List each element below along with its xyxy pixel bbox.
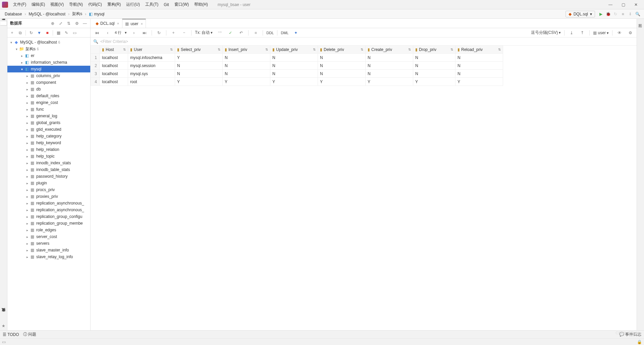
cell[interactable]: Y (455, 78, 503, 86)
menu-help[interactable]: 帮助(H) (192, 1, 210, 8)
git-update-button[interactable]: ⬇ (627, 10, 634, 18)
menu-run[interactable]: 运行(U) (124, 1, 142, 8)
cell[interactable]: root (128, 78, 175, 86)
tree-node[interactable]: ▸▦global_grants (7, 119, 90, 126)
cell[interactable]: N (455, 62, 503, 70)
tree-node[interactable]: ▸▦component (7, 79, 90, 86)
rerun-button[interactable]: ↻ (612, 10, 619, 18)
cell[interactable]: N (413, 70, 455, 78)
first-page-icon[interactable]: ⏮ (93, 29, 101, 37)
breadcrumb-schemas[interactable]: 架构s (70, 10, 84, 17)
cell[interactable]: N (318, 62, 366, 70)
menu-refactor[interactable]: 重构(R) (105, 1, 123, 8)
filter-bar[interactable]: 🔍 <Filter Criteria> (91, 38, 637, 46)
tree-node[interactable]: ▸▦replication_group_configu (7, 213, 90, 220)
cell[interactable]: mysql.session (128, 62, 175, 70)
tree-node[interactable]: ▸▦server_cost (7, 233, 90, 240)
row-number[interactable]: 3 (91, 70, 100, 78)
cell[interactable]: mysql.infoschema (128, 54, 175, 62)
cell[interactable]: Y (413, 78, 455, 86)
cell[interactable]: N (270, 70, 318, 78)
wand-icon[interactable]: ✦ (292, 29, 300, 37)
cell[interactable]: N (175, 62, 223, 70)
tree-node[interactable]: ▸▦columns_priv (7, 72, 90, 79)
row-number[interactable]: 2 (91, 62, 100, 70)
commit-icon[interactable]: ᴰᴮ (216, 29, 223, 37)
database-tree[interactable]: ▾◆MySQL - @localhost6▾📁架构s6▸◧er▸◧informa… (7, 38, 90, 330)
editor-tab[interactable]: ▦user× (122, 19, 146, 28)
view-icon[interactable]: 👁 (616, 29, 623, 37)
cell[interactable]: N (223, 54, 270, 62)
breadcrumb-current[interactable]: ◧mysql (87, 11, 106, 17)
todo-tool-button[interactable]: ☰ TODO (3, 332, 19, 337)
cell[interactable]: N (318, 54, 366, 62)
cell[interactable]: Y (175, 78, 223, 86)
stop-icon[interactable]: ■ (45, 30, 50, 36)
settings-icon[interactable]: ⚙ (627, 29, 634, 37)
duplicate-icon[interactable]: ⧉ (17, 30, 23, 36)
close-tab-icon[interactable]: × (141, 22, 143, 26)
tree-node[interactable]: ▸▦default_roles (7, 93, 90, 99)
last-page-icon[interactable]: ⏭ (141, 29, 148, 37)
import-up-icon[interactable]: ⤒ (579, 29, 586, 37)
cell[interactable]: N (175, 70, 223, 78)
remove-row-icon[interactable]: － (180, 29, 188, 37)
reload-icon[interactable]: ↻ (155, 29, 163, 37)
editor-tab[interactable]: ◆DCL.sql× (93, 19, 122, 28)
tree-node[interactable]: ▸◧information_schema (7, 59, 90, 66)
cell[interactable]: localhost (100, 70, 128, 78)
menu-tools[interactable]: 工具(T) (143, 1, 161, 8)
row-number[interactable]: 4 (91, 78, 100, 86)
tree-node[interactable]: ▸▦slave_relay_log_info (7, 253, 90, 260)
database-tool-tab[interactable]: 数据库 (0, 21, 7, 25)
add-icon[interactable]: ＋ (9, 30, 15, 36)
tree-node[interactable]: ▸▦gtid_executed (7, 126, 90, 133)
column-header[interactable]: ▮Insert_priv⇅ (223, 46, 270, 54)
cell[interactable]: Y (270, 78, 318, 86)
add-row-icon[interactable]: ＋ (170, 29, 177, 37)
debug-button[interactable]: 🐞 (604, 10, 612, 18)
cell[interactable]: Y (175, 54, 223, 62)
tree-node[interactable]: ▸▦help_topic (7, 153, 90, 160)
cancel-query-icon[interactable]: ■ (252, 29, 259, 37)
tree-node[interactable]: ▸▦replication_group_membe (7, 220, 90, 227)
tree-node[interactable]: ▸▦innodb_table_stats (7, 166, 90, 173)
cell[interactable]: Y (318, 78, 366, 86)
column-header[interactable]: ▮Delete_priv⇅ (318, 46, 366, 54)
tree-node[interactable]: ▸▦innodb_index_stats (7, 160, 90, 166)
ddl-button[interactable]: DDL (266, 31, 274, 35)
gear-icon[interactable]: ⚙ (74, 21, 79, 26)
favorites-tool-tab[interactable]: 收藏夹 (0, 313, 7, 317)
tree-node[interactable]: ▸▦db (7, 86, 90, 93)
favorite-star-icon[interactable]: ★ (2, 324, 5, 330)
cell[interactable]: N (223, 62, 270, 70)
tree-node[interactable]: ▸▦help_category (7, 133, 90, 139)
window-close-icon[interactable]: ✕ (630, 1, 642, 9)
column-header[interactable]: ▮Create_priv⇅ (366, 46, 413, 54)
tx-mode-selector[interactable]: Tx: 自动 ▾ (195, 30, 213, 36)
tree-node[interactable]: ▸▦help_relation (7, 146, 90, 153)
table-selector[interactable]: ▦ user ▾ (593, 31, 609, 35)
cell[interactable]: N (270, 62, 318, 70)
column-header[interactable]: ▮Reload_priv⇅ (455, 46, 503, 54)
tree-node[interactable]: ▸▦servers (7, 240, 90, 247)
filter-icon[interactable]: ▼ (37, 30, 42, 36)
cell[interactable]: N (455, 70, 503, 78)
tree-node[interactable]: ▸▦password_history (7, 173, 90, 180)
column-header[interactable]: ▮Select_priv⇅ (175, 46, 223, 54)
close-tab-icon[interactable]: × (117, 21, 119, 25)
collapse-icon[interactable]: ⇅ (66, 21, 71, 26)
refresh-icon[interactable]: ↻ (29, 30, 34, 36)
chevron-down-icon[interactable]: ▾ (125, 31, 127, 35)
status-icon[interactable]: ▭ (2, 340, 6, 344)
tree-node[interactable]: ▸▦help_keyword (7, 139, 90, 146)
run-button[interactable]: ▶ (597, 10, 604, 18)
tree-node[interactable]: ▸▦replication_asynchronous_ (7, 207, 90, 213)
console-icon[interactable]: ▭ (72, 30, 77, 36)
tree-node[interactable]: ▸▦proxies_priv (7, 193, 90, 200)
export-format-selector[interactable]: 逗号分隔(CSV) ▾ (531, 30, 561, 36)
table-view-icon[interactable]: ▦ (56, 30, 61, 36)
column-header[interactable]: ▮User⇅ (128, 46, 175, 54)
cell[interactable]: localhost (100, 62, 128, 70)
edit-icon[interactable]: ✎ (64, 30, 69, 36)
